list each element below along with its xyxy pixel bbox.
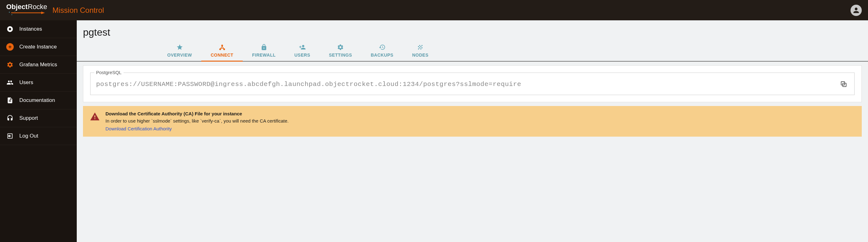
tab-overview[interactable]: OVERVIEW	[158, 41, 201, 61]
warning-body: Download the Certificate Authority (CA) …	[105, 111, 855, 132]
connection-string-fieldset: PostgreSQL postgres://USERNAME:PASSWORD@…	[90, 73, 855, 95]
tab-connect[interactable]: CONNECT	[201, 41, 243, 61]
lock-icon	[260, 44, 268, 51]
tab-settings[interactable]: SETTINGS	[319, 41, 361, 61]
sidebar-item-label: Instances	[19, 26, 42, 32]
download-ca-link[interactable]: Download Certification Authority	[105, 126, 172, 131]
sidebar-item-users[interactable]: Users	[0, 74, 77, 91]
tab-firewall[interactable]: FIREWALL	[243, 41, 285, 61]
main-content: pgtest OVERVIEW CONNECT FIREWALL USERS	[77, 20, 868, 242]
topbar: Object Rocket Mission Control	[0, 0, 868, 20]
tabs: OVERVIEW CONNECT FIREWALL USERS SETTINGS…	[77, 41, 868, 61]
sidebar-item-support[interactable]: Support	[0, 109, 77, 127]
tab-nodes[interactable]: NODES	[403, 41, 438, 61]
svg-text:Object: Object	[6, 3, 28, 10]
plus-icon	[6, 43, 14, 51]
gear-icon	[337, 44, 344, 51]
svg-marker-3	[41, 11, 45, 14]
sidebar-item-label: Grafana Metrics	[19, 61, 57, 68]
svg-point-6	[15, 11, 15, 11]
users-icon	[6, 79, 14, 86]
grain-icon	[417, 44, 424, 51]
tab-label: USERS	[294, 53, 310, 57]
sidebar-item-label: Users	[19, 79, 33, 86]
sidebar-item-grafana-metrics[interactable]: Grafana Metrics	[0, 56, 77, 74]
tab-label: OVERVIEW	[167, 53, 192, 57]
svg-text:Rocket: Rocket	[28, 3, 47, 10]
tab-label: SETTINGS	[329, 53, 352, 57]
document-icon	[6, 97, 14, 104]
copy-button[interactable]	[839, 79, 849, 89]
fieldset-label: PostgreSQL	[94, 70, 124, 75]
sidebar-item-documentation[interactable]: Documentation	[0, 91, 77, 109]
sidebar-item-label: Log Out	[19, 133, 38, 139]
sidebar-item-label: Support	[19, 115, 38, 121]
warning-icon	[90, 112, 100, 123]
gear-icon	[6, 61, 14, 69]
brand-logo: Object Rocket	[6, 3, 47, 18]
connect-icon	[219, 44, 225, 51]
tab-label: CONNECT	[211, 53, 234, 57]
person-icon	[852, 6, 860, 15]
star-icon	[176, 44, 183, 51]
tab-users[interactable]: USERS	[285, 41, 319, 61]
sidebar-item-instances[interactable]: Instances	[0, 20, 77, 38]
user-avatar[interactable]	[850, 5, 862, 16]
headset-icon	[6, 114, 14, 122]
sidebar-item-create-instance[interactable]: Create Instance	[0, 38, 77, 56]
tab-label: NODES	[412, 53, 428, 57]
connection-string: postgres://USERNAME:PASSWORD@ingress.abc…	[96, 81, 835, 88]
tab-backups[interactable]: BACKUPS	[361, 41, 403, 61]
svg-point-4	[9, 11, 10, 12]
logout-icon	[6, 132, 14, 140]
sidebar-item-label: Create Instance	[19, 44, 57, 50]
ca-warning-banner: Download the Certificate Authority (CA) …	[83, 106, 862, 137]
tab-label: BACKUPS	[371, 53, 394, 57]
restore-icon	[379, 44, 385, 51]
instances-icon	[6, 25, 14, 33]
add-user-icon	[299, 44, 306, 51]
sidebar-item-label: Documentation	[19, 97, 55, 104]
sidebar-item-logout[interactable]: Log Out	[0, 127, 77, 145]
svg-point-8	[9, 28, 11, 30]
sidebar: Instances Create Instance Grafana Metric…	[0, 20, 77, 242]
svg-point-5	[11, 14, 12, 15]
page-title: pgtest	[77, 20, 868, 41]
warning-text: In order to use higher `sslmode` setting…	[105, 118, 855, 124]
warning-title: Download the Certificate Authority (CA) …	[105, 111, 855, 116]
connect-card: PostgreSQL postgres://USERNAME:PASSWORD@…	[83, 65, 862, 102]
copy-icon	[840, 80, 847, 88]
logo-area: Object Rocket Mission Control	[6, 3, 104, 18]
app-title: Mission Control	[53, 6, 104, 15]
tab-label: FIREWALL	[252, 53, 276, 57]
